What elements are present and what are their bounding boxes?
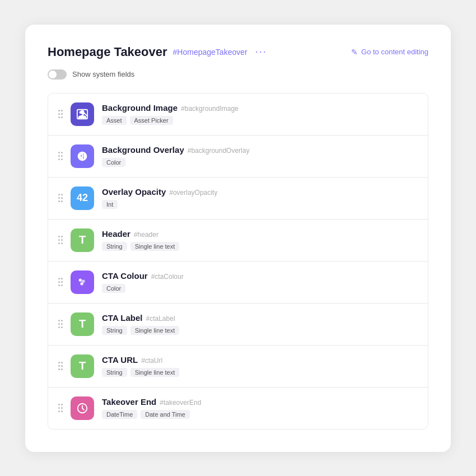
go-to-editing-label: Go to content editing	[361, 48, 428, 56]
field-name-row: Background Image #backgroundImage	[102, 103, 418, 113]
field-hash: #backgroundImage	[181, 105, 239, 113]
field-name-row: Header #header	[102, 229, 418, 239]
tag: String	[102, 242, 127, 251]
drag-handle[interactable]	[58, 236, 63, 244]
field-name: CTA Colour	[102, 271, 148, 281]
field-name-row: CTA URL #ctaUrl	[102, 355, 418, 365]
drag-handle[interactable]	[58, 404, 63, 412]
field-name: Background Image	[102, 103, 178, 113]
tag: String	[102, 368, 127, 377]
svg-point-7	[80, 282, 83, 286]
svg-point-1	[80, 111, 82, 114]
field-hash: #header	[134, 231, 158, 239]
drag-handle[interactable]	[58, 110, 63, 118]
field-row: Takeover End #takeoverEnd DateTime Date …	[48, 388, 428, 429]
field-name-row: CTA Colour #ctaColour	[102, 271, 418, 281]
svg-point-6	[82, 279, 85, 283]
field-hash: #ctaUrl	[141, 357, 162, 365]
field-name: Background Overlay	[102, 145, 184, 155]
tag: Single line text	[130, 242, 180, 251]
field-icon-takeover-end	[71, 396, 94, 420]
field-info-background-image: Background Image #backgroundImage Asset …	[102, 103, 418, 125]
go-to-editing-link[interactable]: ✎ Go to content editing	[351, 48, 428, 57]
text-icon: T	[79, 318, 86, 330]
field-list: Background Image #backgroundImage Asset …	[48, 93, 428, 430]
drag-handle[interactable]	[58, 152, 63, 160]
field-tags: Color	[102, 284, 418, 293]
tag: Single line text	[130, 368, 180, 377]
field-icon-header: T	[71, 228, 94, 252]
text-icon: T	[79, 234, 86, 246]
field-icon-cta-label: T	[71, 312, 94, 336]
field-hash: #ctaColour	[151, 273, 184, 281]
tag: Int	[102, 200, 118, 209]
page-header-left: Homepage Takeover #HomepageTakeover ···	[48, 45, 269, 59]
tag: Date and Time	[141, 410, 190, 419]
field-row: Background Overlay #backgroundOverlay Co…	[48, 136, 428, 178]
field-hash: #takeoverEnd	[160, 399, 201, 407]
field-tags: Int	[102, 200, 418, 209]
field-row: T Header #header String Single line text	[48, 220, 428, 262]
system-fields-label: Show system fields	[72, 70, 134, 78]
field-info-cta-colour: CTA Colour #ctaColour Color	[102, 271, 418, 293]
svg-point-5	[79, 278, 82, 282]
field-hash: #ctaLabel	[146, 315, 175, 323]
tag: Color	[102, 284, 125, 293]
main-card: Homepage Takeover #HomepageTakeover ··· …	[25, 25, 451, 452]
tag: Asset Picker	[130, 116, 173, 125]
field-info-cta-label: CTA Label #ctaLabel String Single line t…	[102, 313, 418, 335]
tag: Asset	[102, 116, 127, 125]
tag: Single line text	[130, 326, 180, 335]
page-hash: #HomepageTakeover	[173, 48, 248, 57]
field-row: 42 Overlay Opacity #overlayOpacity Int	[48, 178, 428, 220]
field-info-takeover-end: Takeover End #takeoverEnd DateTime Date …	[102, 397, 418, 419]
svg-point-3	[82, 153, 85, 157]
field-hash: #overlayOpacity	[169, 189, 217, 197]
field-icon-background-overlay	[71, 144, 94, 168]
field-name: Overlay Opacity	[102, 187, 166, 197]
drag-handle[interactable]	[58, 194, 63, 202]
drag-handle[interactable]	[58, 320, 63, 328]
svg-point-2	[79, 152, 82, 156]
field-name-row: Overlay Opacity #overlayOpacity	[102, 187, 418, 197]
field-tags: String Single line text	[102, 242, 418, 251]
field-tags: String Single line text	[102, 326, 418, 335]
tag: DateTime	[102, 410, 137, 419]
field-info-header: Header #header String Single line text	[102, 229, 418, 251]
system-fields-toggle[interactable]	[48, 69, 67, 80]
field-tags: DateTime Date and Time	[102, 410, 418, 419]
field-name: CTA Label	[102, 313, 143, 323]
field-tags: Asset Asset Picker	[102, 116, 418, 125]
tag: String	[102, 326, 127, 335]
more-button[interactable]: ···	[253, 46, 269, 58]
field-tags: String Single line text	[102, 368, 418, 377]
edit-icon: ✎	[351, 48, 358, 57]
system-fields-row: Show system fields	[48, 69, 428, 80]
field-name-row: CTA Label #ctaLabel	[102, 313, 418, 323]
field-hash: #backgroundOverlay	[188, 147, 250, 155]
field-row: T CTA URL #ctaUrl String Single line tex…	[48, 346, 428, 388]
page-header: Homepage Takeover #HomepageTakeover ··· …	[48, 45, 428, 59]
field-icon-cta-url: T	[71, 354, 94, 378]
overlay-opacity-number: 42	[77, 192, 88, 204]
page-title: Homepage Takeover	[48, 45, 167, 59]
field-row: CTA Colour #ctaColour Color	[48, 262, 428, 304]
drag-handle[interactable]	[58, 362, 63, 370]
field-name-row: Takeover End #takeoverEnd	[102, 397, 418, 407]
field-icon-overlay-opacity: 42	[71, 186, 94, 210]
drag-handle[interactable]	[58, 278, 63, 286]
text-icon: T	[79, 360, 86, 372]
field-name-row: Background Overlay #backgroundOverlay	[102, 145, 418, 155]
field-row: T CTA Label #ctaLabel String Single line…	[48, 304, 428, 346]
field-icon-cta-colour	[71, 270, 94, 294]
field-icon-background-image	[71, 102, 94, 126]
field-info-overlay-opacity: Overlay Opacity #overlayOpacity Int	[102, 187, 418, 209]
field-info-background-overlay: Background Overlay #backgroundOverlay Co…	[102, 145, 418, 167]
field-tags: Color	[102, 158, 418, 167]
svg-point-4	[80, 156, 83, 160]
field-name: CTA URL	[102, 355, 138, 365]
field-name: Takeover End	[102, 397, 156, 407]
field-info-cta-url: CTA URL #ctaUrl String Single line text	[102, 355, 418, 377]
tag: Color	[102, 158, 125, 167]
field-row: Background Image #backgroundImage Asset …	[48, 94, 428, 136]
